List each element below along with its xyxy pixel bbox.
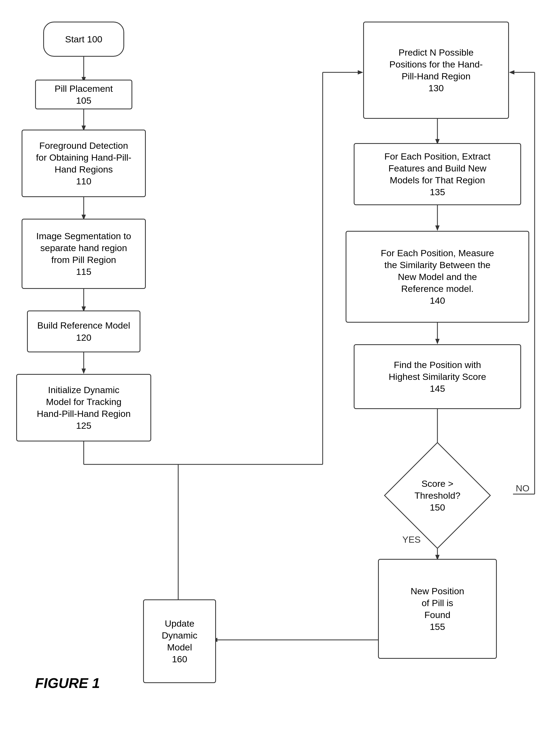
svg-marker-26 xyxy=(509,70,514,75)
update-model-label: UpdateDynamicModel160 xyxy=(162,618,197,665)
svg-marker-20 xyxy=(435,339,440,344)
svg-marker-18 xyxy=(435,225,440,231)
find-position-node: Find the Position withHighest Similarity… xyxy=(354,344,521,409)
diamond-text: Score >Threshold?150 xyxy=(408,478,467,514)
initialize-dynamic-node: Initialize DynamicModel for TrackingHand… xyxy=(16,374,151,441)
update-model-node: UpdateDynamicModel160 xyxy=(143,599,216,683)
pill-placement-label: Pill Placement105 xyxy=(55,83,113,106)
foreground-detection-node: Foreground Detectionfor Obtaining Hand-P… xyxy=(22,130,146,197)
measure-similarity-node: For Each Position, Measurethe Similarity… xyxy=(345,231,529,323)
predict-positions-node: Predict N PossiblePositions for the Hand… xyxy=(363,22,509,119)
svg-marker-14 xyxy=(358,70,363,75)
pill-placement-node: Pill Placement105 xyxy=(35,80,132,109)
figure-label: FIGURE 1 xyxy=(35,675,100,691)
extract-features-node: For Each Position, ExtractFeatures and B… xyxy=(354,143,521,205)
svg-marker-9 xyxy=(82,369,86,374)
start-node: Start 100 xyxy=(43,22,124,57)
start-label: Start 100 xyxy=(65,33,102,45)
score-threshold-diamond: Score >Threshold?150 xyxy=(400,458,475,533)
initialize-dynamic-label: Initialize DynamicModel for TrackingHand… xyxy=(37,384,131,432)
svg-text:NO: NO xyxy=(516,483,530,493)
build-reference-label: Build Reference Model120 xyxy=(37,319,130,343)
image-segmentation-label: Image Segmentation toseparate hand regio… xyxy=(36,230,131,278)
find-position-label: Find the Position withHighest Similarity… xyxy=(389,359,486,395)
figure-label-text: FIGURE 1 xyxy=(35,675,100,691)
extract-features-label: For Each Position, ExtractFeatures and B… xyxy=(384,150,491,198)
svg-text:YES: YES xyxy=(402,534,421,545)
foreground-detection-label: Foreground Detectionfor Obtaining Hand-P… xyxy=(36,140,131,188)
new-position-node: New Positionof Pill isFound155 xyxy=(378,559,497,659)
measure-similarity-label: For Each Position, Measurethe Similarity… xyxy=(381,247,494,307)
predict-positions-label: Predict N PossiblePositions for the Hand… xyxy=(389,47,483,94)
new-position-label: New Positionof Pill isFound155 xyxy=(411,585,464,633)
image-segmentation-node: Image Segmentation toseparate hand regio… xyxy=(22,219,146,289)
build-reference-node: Build Reference Model120 xyxy=(27,311,140,352)
diagram-container: YES NO Start 100 Pill Placement105 Foreg… xyxy=(0,0,560,746)
